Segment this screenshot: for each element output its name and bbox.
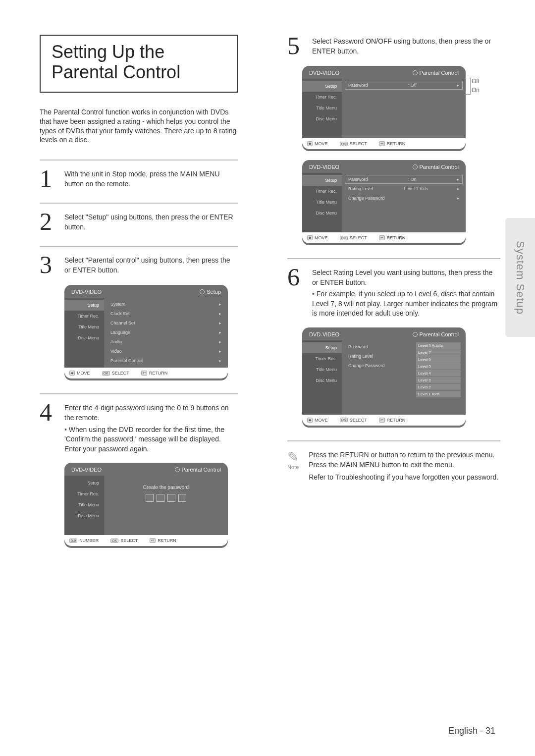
label-on: On <box>472 86 480 95</box>
setup-item: Parental Control <box>110 358 143 363</box>
step-number: 6 <box>287 266 304 319</box>
chevron-right-icon: ▸ <box>219 311 221 316</box>
level-item: Level 6 <box>416 356 461 363</box>
pc-item: Rating Level <box>348 354 373 359</box>
step-text: With the unit in Stop mode, press the MA… <box>64 167 238 190</box>
chevron-right-icon: ▸ <box>219 330 221 335</box>
title-box: Setting Up the Parental Control <box>40 35 238 93</box>
foot-return: RETURN <box>149 371 168 376</box>
page-footer: English - 31 <box>448 726 495 736</box>
key-icon: OK <box>102 371 110 376</box>
level-item: Level 2 <box>416 384 461 390</box>
level-item: Level 7 <box>416 349 461 356</box>
level-item: Level 4 <box>416 370 461 377</box>
foot-move: MOVE <box>77 371 90 376</box>
osd-side-item: Disc Menu <box>64 332 104 343</box>
osd-header: DVD-VIDEO Setup <box>64 285 228 298</box>
step-number: 1 <box>40 167 56 190</box>
left-column: Setting Up the Parental Control The Pare… <box>40 35 238 553</box>
step-text: Enter the 4-digit password using the 0 t… <box>64 403 238 423</box>
password-digit-box <box>157 494 164 502</box>
level-item: Level 8 Adults <box>416 342 461 349</box>
chevron-right-icon: ▸ <box>219 321 221 325</box>
setup-item: Channel Set <box>110 321 135 325</box>
section-tab: System Setup <box>505 218 535 337</box>
osd-crumb: Parental Control <box>420 164 459 170</box>
note-text: Press the RETURN or button to return to … <box>309 450 500 470</box>
osd-title: DVD-VIDEO <box>309 70 339 76</box>
gear-icon <box>413 70 418 75</box>
osd-password-on: DVD-VIDEO Parental Control Setup Timer R… <box>302 160 466 245</box>
chevron-right-icon: ▸ <box>457 83 459 88</box>
osd-title: DVD-VIDEO <box>309 164 339 170</box>
foot-return: RETURN <box>387 235 406 240</box>
chevron-right-icon: ▸ <box>219 302 221 307</box>
password-digit-box <box>178 494 186 502</box>
gear-icon <box>413 164 418 169</box>
osd-side-item: Disc Menu <box>302 208 342 218</box>
create-password-label: Create the password <box>107 485 225 490</box>
osd-crumb: Parental Control <box>420 331 459 337</box>
divider <box>40 393 238 394</box>
setup-item: Clock Set <box>110 311 130 316</box>
pc-item: Password <box>348 177 368 182</box>
osd-main: Password: Off▸ <box>342 79 466 138</box>
password-boxes <box>107 494 225 502</box>
key-icon: ↩ <box>379 235 385 240</box>
key-icon: ↩ <box>379 141 385 146</box>
chevron-right-icon: ▸ <box>219 349 221 354</box>
key-icon: OK <box>340 142 348 146</box>
osd-title: DVD-VIDEO <box>71 467 102 473</box>
level-list: Level 8 Adults Level 7 Level 6 Level 5 L… <box>416 342 461 398</box>
osd-create-password: DVD-VIDEO Parental Control Setup Timer R… <box>64 463 228 548</box>
password-digit-box <box>146 494 154 502</box>
osd-footer: 0-9NUMBER OKSELECT ↩RETURN <box>64 535 228 546</box>
osd-side-item: Setup <box>302 342 342 353</box>
divider <box>40 246 238 247</box>
key-icon: 0-9 <box>69 539 77 543</box>
password-digit-box <box>167 494 175 502</box>
osd-sidebar: Setup Timer Rec. Title Menu Disc Menu <box>302 173 342 232</box>
pc-item: Password <box>348 83 368 88</box>
step-number: 3 <box>40 254 56 276</box>
step-text: Select Password ON/OFF using buttons, th… <box>312 35 500 57</box>
osd-setup-menu: DVD-VIDEO Setup Setup Timer Rec. Title M… <box>64 285 228 380</box>
foot-return: RETURN <box>387 141 406 146</box>
step-text: Select "Parental control" using buttons,… <box>64 254 238 276</box>
foot-number: NUMBER <box>79 538 99 543</box>
osd-sidebar: Setup Timer Rec. Title Menu Disc Menu <box>64 298 104 368</box>
osd-title: DVD-VIDEO <box>309 331 339 337</box>
osd-header: DVD-VIDEO Parental Control <box>302 66 466 79</box>
key-icon: OK <box>340 418 348 422</box>
foot-move: MOVE <box>315 418 328 423</box>
osd-sidebar: Setup Timer Rec. Title Menu Disc Menu <box>302 340 342 415</box>
key-icon: ↩ <box>379 418 385 423</box>
pc-value: : Level 1 Kids <box>402 186 428 191</box>
note-text: Refer to Troubleshooting if you have for… <box>309 473 500 483</box>
intro-text: The Parental Control function works in c… <box>40 108 238 145</box>
step-3: 3 Select "Parental control" using button… <box>40 254 238 276</box>
osd-main: Create the password <box>104 476 228 535</box>
foot-return: RETURN <box>158 538 176 543</box>
osd-header: DVD-VIDEO Parental Control <box>64 463 228 476</box>
osd-side-item: Timer Rec. <box>64 311 104 322</box>
osd-side-item: Setup <box>64 478 104 488</box>
pc-item: Change Password <box>348 196 385 201</box>
step-text: Select "Setup" using buttons, then press… <box>64 211 238 233</box>
osd-rating-levels: DVD-VIDEO Parental Control Setup Timer R… <box>302 327 466 428</box>
osd-sidebar: Setup Timer Rec. Title Menu Disc Menu <box>302 79 342 138</box>
osd-sidebar: Setup Timer Rec. Title Menu Disc Menu <box>64 476 104 535</box>
foot-select: SELECT <box>350 418 367 423</box>
foot-select: SELECT <box>350 141 367 146</box>
key-icon: OK <box>340 236 348 240</box>
pc-item: Password <box>348 344 368 349</box>
gear-icon <box>175 467 180 472</box>
step-text: Select Rating Level you want using butto… <box>312 268 500 287</box>
level-item: Level 5 <box>416 363 461 370</box>
osd-main: Password: On▸ Rating Level: Level 1 Kids… <box>342 173 466 232</box>
osd-footer: ◆MOVE OKSELECT ↩RETURN <box>64 368 228 378</box>
osd-crumb: Parental Control <box>182 467 221 473</box>
key-icon: ↩ <box>150 538 156 543</box>
key-icon: OK <box>110 539 118 543</box>
osd-main: Password Rating Level Change Password Le… <box>342 340 466 415</box>
